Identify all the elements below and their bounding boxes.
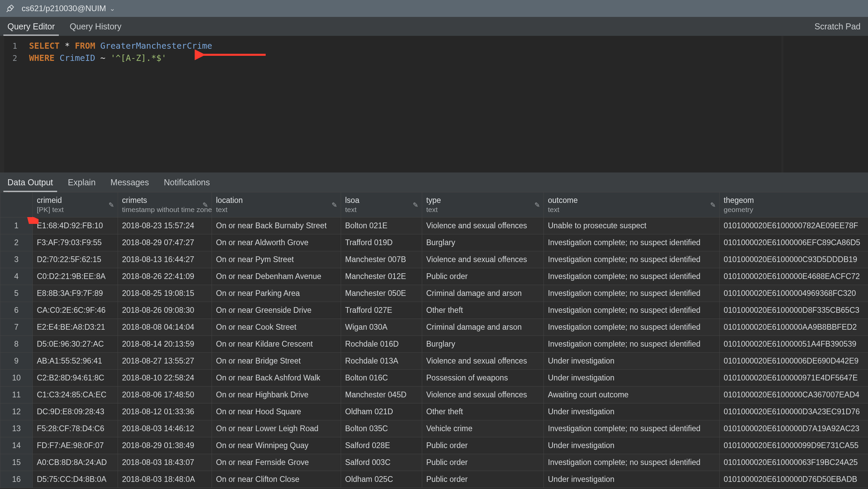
cell-crimets[interactable]: 2018-08-29 07:47:27	[118, 234, 212, 251]
table-row[interactable]: 2F3:AF:79:03:F9:552018-08-29 07:47:27On …	[0, 234, 868, 251]
cell-lsoa[interactable]: Bolton 021E	[341, 217, 422, 234]
cell-thegeom[interactable]: 0101000020E610000099D9E731CA55	[720, 437, 868, 454]
cell-lsoa[interactable]: Rochdale 016D	[341, 336, 422, 353]
cell-thegeom[interactable]: 0101000020E6100000D8F335CB65C3	[720, 302, 868, 319]
cell-outcome[interactable]: Unable to prosecute suspect	[544, 217, 720, 234]
cell-crimeid[interactable]: DC:9D:E8:09:28:43	[33, 403, 118, 420]
row-number-cell[interactable]: 8	[0, 336, 33, 353]
cell-location[interactable]: On or near Winnipeg Quay	[212, 437, 341, 454]
col-header-location[interactable]: location text ✎	[212, 192, 341, 217]
cell-outcome[interactable]: Investigation complete; no suspect ident…	[544, 251, 720, 268]
cell-outcome[interactable]: Under investigation	[544, 437, 720, 454]
tab-explain[interactable]: Explain	[64, 172, 100, 192]
cell-crimets[interactable]: 2018-08-29 01:38:49	[118, 437, 212, 454]
cell-crimeid[interactable]: FD:F7:AE:98:0F:07	[33, 437, 118, 454]
tab-query-history[interactable]: Query History	[66, 17, 125, 36]
cell-lsoa[interactable]: Oldham 021D	[341, 403, 422, 420]
cell-location[interactable]: On or near Greenside Drive	[212, 302, 341, 319]
table-row[interactable]: 8D5:0E:96:30:27:AC2018-08-14 20:13:59On …	[0, 336, 868, 353]
table-row[interactable]: 6CA:C0:2E:6C:9F:462018-08-26 09:08:30On …	[0, 302, 868, 319]
cell-crimeid[interactable]: CA:C0:2E:6C:9F:46	[33, 302, 118, 319]
cell-crimets[interactable]: 2018-08-25 19:08:15	[118, 285, 212, 302]
cell-location[interactable]: On or near Aldworth Grove	[212, 234, 341, 251]
cell-location[interactable]: On or near Kildare Crescent	[212, 336, 341, 353]
cell-type[interactable]: Public order	[422, 454, 544, 471]
cell-crimets[interactable]: 2018-08-13 16:44:27	[118, 251, 212, 268]
table-row[interactable]: 3D2:70:22:5F:62:152018-08-13 16:44:27On …	[0, 251, 868, 268]
cell-thegeom[interactable]: 0101000020E6100000971E4DF5647E	[720, 370, 868, 387]
tab-scratch-pad[interactable]: Scratch Pad	[811, 17, 865, 36]
cell-location[interactable]: On or near Back Burnaby Street	[212, 217, 341, 234]
cell-thegeom[interactable]: 0101000020E6100000E4688EACFC72	[720, 268, 868, 285]
cell-crimeid[interactable]: E8:8B:3A:F9:7F:89	[33, 285, 118, 302]
table-row[interactable]: 9AB:A1:55:52:96:412018-08-27 13:55:27On …	[0, 353, 868, 370]
cell-crimeid[interactable]: D5:75:CC:D4:8B:0A	[33, 471, 118, 488]
cell-location[interactable]: On or near Hood Square	[212, 403, 341, 420]
cell-thegeom[interactable]: 0101000020E6100000CA367007EAD4	[720, 387, 868, 403]
pencil-icon[interactable]: ✎	[534, 201, 540, 209]
cell-location[interactable]: On or near Lower Leigh Road	[212, 420, 341, 437]
row-number-cell[interactable]: 9	[0, 353, 33, 370]
scratch-pad-panel[interactable]	[783, 36, 868, 172]
cell-crimeid[interactable]: D2:70:22:5F:62:15	[33, 251, 118, 268]
table-row[interactable]: 14FD:F7:AE:98:0F:072018-08-29 01:38:49On…	[0, 437, 868, 454]
table-row[interactable]: 11C1:C3:24:85:CA:EC2018-08-06 17:48:50On…	[0, 387, 868, 403]
row-number-cell[interactable]: 12	[0, 403, 33, 420]
row-number-cell[interactable]: 6	[0, 302, 33, 319]
table-row[interactable]: 15A0:CB:8D:8A:24:AD2018-08-03 18:43:07On…	[0, 454, 868, 471]
col-header-crimets[interactable]: crimets timestamp without time zone ✎	[118, 192, 212, 217]
cell-outcome[interactable]: Awaiting court outcome	[544, 387, 720, 403]
cell-type[interactable]: Other theft	[422, 302, 544, 319]
cell-crimets[interactable]: 2018-08-14 20:13:59	[118, 336, 212, 353]
cell-thegeom[interactable]: 0101000020E6100000C93D5DDDB19	[720, 251, 868, 268]
cell-type[interactable]: Vehicle crime	[422, 420, 544, 437]
cell-outcome[interactable]: Investigation complete; no suspect ident…	[544, 319, 720, 336]
col-header-outcome[interactable]: outcome text ✎	[544, 192, 720, 217]
col-header-thegeom[interactable]: thegeom geometry	[720, 192, 868, 217]
cell-type[interactable]: Violence and sexual offences	[422, 251, 544, 268]
sql-editor[interactable]: 1 2 SELECT * FROM GreaterManchesterCrime…	[4, 36, 781, 172]
cell-crimets[interactable]: 2018-08-03 18:48:0A	[118, 471, 212, 488]
cell-location[interactable]: On or near Parking Area	[212, 285, 341, 302]
row-number-cell[interactable]: 15	[0, 454, 33, 471]
table-row[interactable]: 10C2:B2:8D:94:61:8C2018-08-10 22:58:24On…	[0, 370, 868, 387]
tab-query-editor[interactable]: Query Editor	[3, 17, 59, 36]
cell-crimets[interactable]: 2018-08-06 17:48:50	[118, 387, 212, 403]
cell-lsoa[interactable]: Trafford 027E	[341, 302, 422, 319]
cell-thegeom[interactable]: 0101000020E61000004969368FC320	[720, 285, 868, 302]
col-header-crimeid[interactable]: crimeid [PK] text ✎	[33, 192, 118, 217]
cell-type[interactable]: Burglary	[422, 336, 544, 353]
cell-location[interactable]: On or near Pym Street	[212, 251, 341, 268]
cell-type[interactable]: Public order	[422, 471, 544, 488]
row-number-cell[interactable]: 4	[0, 268, 33, 285]
cell-lsoa[interactable]: Salford 003C	[341, 454, 422, 471]
cell-outcome[interactable]: Under investigation	[544, 471, 720, 488]
pencil-icon[interactable]: ✎	[413, 201, 418, 209]
cell-lsoa[interactable]: Bolton 016C	[341, 370, 422, 387]
row-number-cell[interactable]: 2	[0, 234, 33, 251]
cell-crimeid[interactable]: A0:CB:8D:8A:24:AD	[33, 454, 118, 471]
cell-type[interactable]: Criminal damage and arson	[422, 319, 544, 336]
cell-type[interactable]: Violence and sexual offences	[422, 353, 544, 370]
cell-type[interactable]: Public order	[422, 437, 544, 454]
cell-crimets[interactable]: 2018-08-03 14:46:12	[118, 420, 212, 437]
pencil-icon[interactable]: ✎	[202, 201, 208, 209]
table-row[interactable]: 16D5:75:CC:D4:8B:0A2018-08-03 18:48:0AOn…	[0, 471, 868, 488]
results-table[interactable]: crimeid [PK] text ✎ crimets timestamp wi…	[0, 192, 868, 488]
cell-outcome[interactable]: Investigation complete; no suspect ident…	[544, 454, 720, 471]
cell-outcome[interactable]: Investigation complete; no suspect ident…	[544, 336, 720, 353]
cell-type[interactable]: Criminal damage and arson	[422, 285, 544, 302]
cell-crimeid[interactable]: D5:0E:96:30:27:AC	[33, 336, 118, 353]
cell-location[interactable]: On or near Bridge Street	[212, 353, 341, 370]
cell-type[interactable]: Violence and sexual offences	[422, 387, 544, 403]
col-header-type[interactable]: type text ✎	[422, 192, 544, 217]
cell-thegeom[interactable]: 0101000020E61000006DE690D442E9	[720, 353, 868, 370]
cell-crimets[interactable]: 2018-08-23 15:57:24	[118, 217, 212, 234]
cell-lsoa[interactable]: Salford 028E	[341, 437, 422, 454]
cell-crimeid[interactable]: E1:68:4D:92:FB:10	[33, 217, 118, 234]
row-number-cell[interactable]: 7	[0, 319, 33, 336]
row-number-cell[interactable]: 10	[0, 370, 33, 387]
cell-outcome[interactable]: Investigation complete; no suspect ident…	[544, 285, 720, 302]
cell-crimeid[interactable]: AB:A1:55:52:96:41	[33, 353, 118, 370]
cell-lsoa[interactable]: Bolton 035C	[341, 420, 422, 437]
